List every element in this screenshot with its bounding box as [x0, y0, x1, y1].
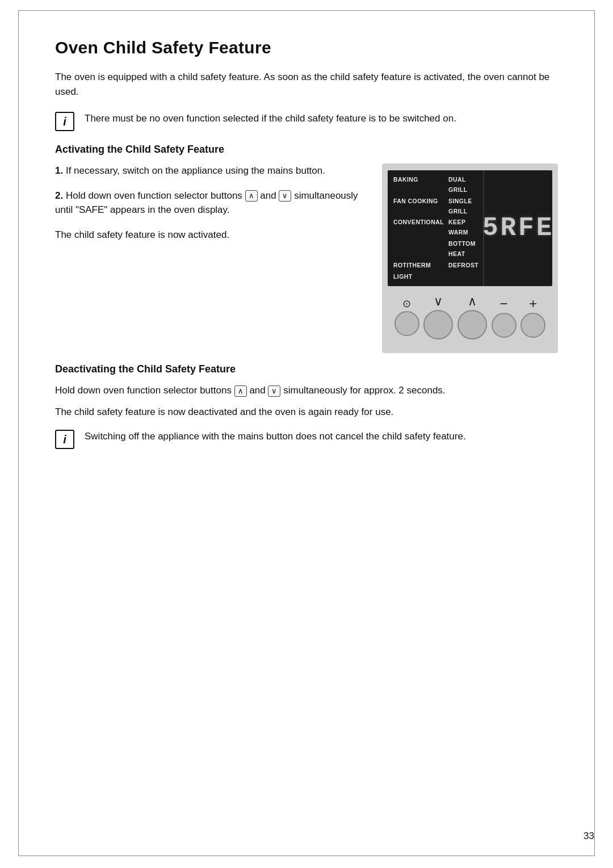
down-button[interactable]: [423, 310, 453, 339]
label-light: LIGHT: [393, 272, 444, 282]
step-1-number: 1.: [55, 165, 63, 176]
minus-button-group: −: [492, 297, 517, 338]
minus-button[interactable]: [492, 313, 517, 338]
page-border: Oven Child Safety Feature The oven is eq…: [18, 10, 595, 856]
activated-text: The child safety feature is now activate…: [55, 228, 364, 242]
up-symbol: ∧: [468, 295, 477, 308]
info-note-2-text: Switching off the appliance with the mai…: [85, 429, 466, 444]
up-button-group: ∧: [457, 295, 487, 339]
deactivating-para-2: The child safety feature is now deactiva…: [55, 405, 558, 420]
down-symbol: ∨: [434, 295, 443, 308]
after-steps-text: The child safety feature is now activate…: [55, 228, 364, 242]
steps-column: 1. If necessary, switch on the appliance…: [55, 163, 364, 353]
activating-heading: Activating the Child Safety Feature: [55, 144, 558, 156]
deact-text-after: simultaneously for approx. 2 seconds.: [283, 385, 445, 396]
label-keep-warm: KEEP WARM: [448, 217, 478, 238]
plus-button[interactable]: [520, 313, 545, 338]
label-baking: BAKING: [393, 175, 444, 195]
power-button[interactable]: [394, 311, 419, 336]
plus-button-group: +: [520, 297, 545, 338]
deact-text-before: Hold down oven function selector buttons: [55, 385, 232, 396]
safe-display: 5RFE: [483, 170, 552, 286]
deactivating-heading: Deactivating the Child Safety Feature: [55, 363, 558, 375]
step-2: 2. Hold down oven function selector butt…: [55, 188, 364, 217]
deactivating-para-1: Hold down oven function selector buttons…: [55, 383, 558, 398]
label-dual-grill: DUAL GRILL: [448, 175, 478, 195]
two-column-layout: 1. If necessary, switch on the appliance…: [55, 163, 558, 353]
control-buttons-row: ⊙ ∨ ∧ − +: [388, 292, 552, 345]
label-fan-cooking: FAN COOKING: [393, 196, 444, 217]
page-number: 33: [583, 831, 594, 842]
info-note-1: i There must be no oven function selecte…: [55, 111, 558, 131]
deact-conjunction: and: [249, 385, 268, 396]
plus-symbol: +: [529, 297, 537, 311]
down-button-group: ∨: [423, 295, 453, 339]
info-icon-1: i: [55, 112, 74, 131]
up-button[interactable]: [457, 310, 487, 339]
minus-symbol: −: [500, 297, 508, 311]
label-rotitherm: ROTITHERM: [393, 261, 444, 271]
oven-display: BAKING DUAL GRILL FAN COOKING SINGLE GRI…: [382, 163, 558, 353]
power-button-group: ⊙: [394, 299, 419, 336]
info-icon-2: i: [55, 430, 74, 449]
step-2-text-before: Hold down oven function selector buttons: [66, 190, 242, 201]
display-top: BAKING DUAL GRILL FAN COOKING SINGLE GRI…: [388, 170, 552, 286]
step-2-number: 2.: [55, 190, 63, 201]
label-conventional: CONVENTIONAL: [393, 217, 444, 238]
display-labels: BAKING DUAL GRILL FAN COOKING SINGLE GRI…: [388, 170, 483, 286]
info-note-2: i Switching off the appliance with the m…: [55, 429, 558, 449]
deact-down-btn: ∨: [268, 385, 280, 397]
label-single-grill: SINGLE GRILL: [448, 196, 478, 217]
safe-text: 5RFE: [482, 215, 554, 241]
label-defrost: DEFROST: [448, 261, 478, 271]
page-title: Oven Child Safety Feature: [55, 38, 558, 57]
step-1: 1. If necessary, switch on the appliance…: [55, 163, 364, 178]
up-button-inline: ∧: [245, 190, 258, 202]
down-button-inline: ∨: [279, 190, 291, 202]
info-note-1-text: There must be no oven function selected …: [85, 111, 456, 126]
power-symbol: ⊙: [402, 299, 411, 309]
diagram-column: BAKING DUAL GRILL FAN COOKING SINGLE GRI…: [382, 163, 558, 353]
deactivating-section: Deactivating the Child Safety Feature Ho…: [55, 363, 558, 419]
step-2-conjunction: and: [260, 190, 279, 201]
step-1-text: If necessary, switch on the appliance us…: [66, 165, 325, 176]
label-bottom-heat: BOTTOM HEAT: [448, 239, 478, 259]
deact-up-btn: ∧: [234, 385, 247, 397]
intro-text: The oven is equipped with a child safety…: [55, 70, 558, 99]
